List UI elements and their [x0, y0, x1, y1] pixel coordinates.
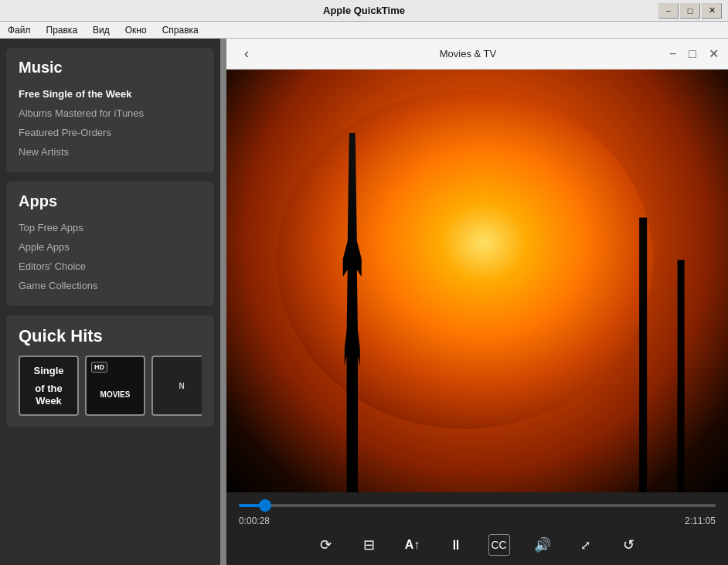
movies-title: Movies & TV [267, 48, 669, 60]
third-card-label: N [179, 382, 184, 390]
movies-window-controls: − □ ✕ [669, 48, 719, 60]
quick-hits-section: Quick Hits Single of the Week HD MOVIES … [6, 315, 214, 427]
menu-edit[interactable]: Правка [42, 23, 83, 37]
rotate-button[interactable]: ↺ [618, 534, 640, 556]
repeat-button[interactable]: ⟳ [315, 534, 337, 556]
font-button[interactable]: A↑ [402, 534, 424, 556]
progress-track[interactable] [239, 504, 716, 507]
close-button[interactable]: ✕ [702, 3, 722, 19]
movies-window: ‹ Movies & TV − □ ✕ [226, 39, 728, 565]
volume-button[interactable]: 🔊 [532, 534, 553, 556]
minimize-button[interactable]: − [658, 3, 679, 19]
movies-minimize-button[interactable]: − [669, 48, 676, 60]
time-total: 2:11:05 [685, 516, 716, 526]
hd-movies-card[interactable]: HD MOVIES [85, 356, 145, 416]
maximize-button[interactable]: □ [680, 3, 700, 19]
time-row: 0:00:28 2:11:05 [239, 516, 716, 526]
main-area: Music Free Single of the Week Albums Mas… [0, 39, 728, 565]
time-current: 0:00:28 [239, 516, 270, 526]
hd-movies-label: MOVIES [100, 390, 131, 399]
movies-close-button[interactable]: ✕ [709, 48, 719, 60]
menu-window[interactable]: Окно [121, 23, 151, 37]
menu-view[interactable]: Вид [88, 23, 114, 37]
third-card[interactable]: N [151, 356, 202, 416]
pause-button[interactable]: ⏸ [445, 534, 467, 556]
back-button[interactable]: ‹ [236, 46, 257, 62]
quick-hits-title: Quick Hits [19, 326, 202, 346]
quick-hits-items: Single of the Week HD MOVIES N [19, 356, 202, 416]
single-week-card[interactable]: Single of the Week [19, 356, 79, 416]
menu-bar: Файл Правка Вид Окно Справка [0, 22, 728, 39]
silhouette-tower-right2 [674, 260, 688, 492]
menu-file[interactable]: Файл [3, 23, 36, 37]
video-content [226, 70, 728, 492]
sun-visual [277, 90, 653, 429]
captions-button[interactable]: CC [488, 534, 510, 556]
hd-badge: HD [91, 362, 107, 373]
video-background [226, 70, 728, 492]
sidebar-item-apple-apps[interactable]: Apple Apps [19, 237, 202, 257]
playback-controls: ⟳ ⊟ A↑ ⏸ CC 🔊 ⤢ ↺ [239, 531, 716, 559]
app-title: Apple QuickTime [323, 5, 405, 16]
progress-thumb[interactable] [259, 499, 271, 512]
content-area: ‹ Movies & TV − □ ✕ [220, 39, 728, 565]
video-controls: 0:00:28 2:11:05 ⟳ ⊟ A↑ ⏸ CC 🔊 ⤢ ↺ [226, 492, 728, 565]
sidebar-item-editors-choice[interactable]: Editors' Choice [19, 257, 202, 276]
sidebar-item-game-collections[interactable]: Game Collections [19, 276, 202, 295]
window-controls: − □ ✕ [658, 3, 722, 19]
sidebar-item-albums[interactable]: Albums Mastered for iTunes [19, 104, 202, 123]
sidebar-item-top-free[interactable]: Top Free Apps [19, 218, 202, 237]
progress-bar-container[interactable] [239, 499, 716, 512]
apps-section-title: Apps [19, 192, 202, 210]
music-section: Music Free Single of the Week Albums Mas… [6, 48, 214, 172]
movies-maximize-button[interactable]: □ [689, 48, 696, 60]
sidebar-item-new-artists[interactable]: New Artists [19, 142, 202, 162]
menu-help[interactable]: Справка [158, 23, 203, 37]
single-week-line1: Single [30, 362, 66, 380]
filmstrip-button[interactable]: ⊟ [359, 534, 380, 556]
music-section-title: Music [19, 59, 202, 77]
movies-titlebar: ‹ Movies & TV − □ ✕ [226, 39, 728, 70]
title-bar: Apple QuickTime − □ ✕ [0, 0, 728, 22]
fullscreen-button[interactable]: ⤢ [575, 534, 597, 556]
sidebar: Music Free Single of the Week Albums Mas… [0, 39, 220, 565]
single-week-line2: of the Week [20, 380, 77, 410]
video-area[interactable] [226, 70, 728, 492]
sidebar-item-featured[interactable]: Featured Pre-Orders [19, 123, 202, 142]
apps-section: Apps Top Free Apps Apple Apps Editors' C… [6, 182, 214, 306]
sidebar-item-free-single[interactable]: Free Single of the Week [19, 84, 202, 104]
